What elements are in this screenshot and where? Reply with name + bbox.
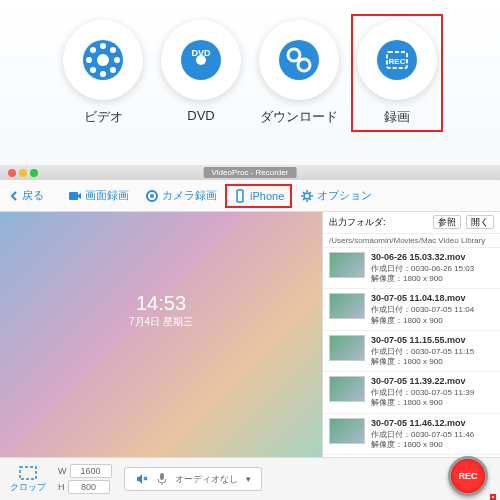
thumbnail [329,418,365,444]
file-res: 解像度：1800 x 900 [371,316,494,326]
dimensions: W1600 H800 [58,464,112,494]
file-item[interactable]: 30-06-26 15.03.32.mov作成日付：0030-06-26 15:… [323,248,500,289]
svg-point-1 [97,54,109,66]
screen-rec-label: 画面録画 [85,188,129,203]
titlebar: VideoProc - Recorder [0,165,500,180]
file-date: 作成日付：0030-07-05 11:15 [371,347,494,357]
svg-rect-22 [237,190,243,202]
min-dot[interactable] [19,169,27,177]
thumbnail [329,376,365,402]
thumbnail [329,335,365,361]
back-button[interactable]: 戻る [8,188,44,203]
feature-download[interactable]: ダウンロード [259,20,339,126]
option-label: オプション [317,188,372,203]
file-date: 作成日付：0030-07-05 11:04 [371,305,494,315]
rec-label: REC [458,471,477,481]
file-name: 30-07-05 11.04.18.mov [371,293,494,305]
crop-icon [18,465,38,481]
sidebar: 出力フォルダ: 参照 開く /Users/somaomin/Movies/Mac… [322,212,500,457]
file-list[interactable]: 30-06-26 15.03.32.mov作成日付：0030-06-26 15:… [323,248,500,457]
svg-rect-19 [69,192,78,200]
file-item[interactable]: 30-07-05 11.39.22.mov作成日付：0030-07-05 11:… [323,372,500,413]
feature-record-label: 録画 [384,108,410,126]
iphone-label: iPhone [250,190,284,202]
back-label: 戻る [22,188,44,203]
feature-record[interactable]: REC 録画 [351,14,443,132]
file-name: 30-07-05 11.15.55.mov [371,335,494,347]
max-dot[interactable] [30,169,38,177]
browse-button[interactable]: 参照 [433,215,461,229]
svg-point-3 [100,71,106,77]
chevron-down-icon: ▾ [246,474,251,484]
preview-pane: 14:53 7月4日 星期三 [0,212,322,457]
svg-point-8 [90,67,96,73]
option-button[interactable]: オプション [294,185,378,206]
file-date: 作成日付：0030-07-05 11:39 [371,388,494,398]
file-item[interactable]: 30-07-05 11.04.18.mov作成日付：0030-07-05 11:… [323,289,500,330]
output-folder-label: 出力フォルダ: [329,216,386,229]
svg-point-9 [110,67,116,73]
svg-text:DVD: DVD [191,48,211,58]
speaker-mute-icon [135,472,149,486]
gear-icon [300,189,314,203]
svg-point-4 [86,57,92,63]
audio-selector[interactable]: オーディオなし ▾ [124,467,262,491]
width-field[interactable]: 1600 [70,464,112,478]
file-res: 解像度：1800 x 900 [371,274,494,284]
file-name: 30-06-26 15.03.32.mov [371,252,494,264]
file-item[interactable]: 30-07-05 11.15.55.mov作成日付：0030-07-05 11:… [323,331,500,372]
record-button[interactable]: REC [448,456,488,496]
file-res: 解像度：1800 x 900 [371,357,494,367]
iphone-button[interactable]: iPhone [225,184,292,208]
thumbnail [329,252,365,278]
file-item[interactable]: 30-07-05 11.46.12.mov作成日付：0030-07-05 11:… [323,414,500,455]
camcorder-icon [68,189,82,203]
phone-icon [233,189,247,203]
crop-label: クロップ [10,481,46,494]
feature-video-label: ビデオ [84,108,123,126]
height-field[interactable]: 800 [68,480,110,494]
file-name: 30-07-05 11.39.22.mov [371,376,494,388]
file-date: 作成日付：0030-07-05 11:46 [371,430,494,440]
lock-date: 7月4日 星期三 [129,315,193,329]
file-res: 解像度：1800 x 900 [371,398,494,408]
window-title: VideoProc - Recorder [204,167,297,178]
svg-point-5 [114,57,120,63]
feature-dvd-label: DVD [187,108,214,123]
feature-video[interactable]: ビデオ [63,20,143,126]
feature-download-label: ダウンロード [260,108,338,126]
crop-button[interactable]: クロップ [10,465,46,494]
file-date: 作成日付：0030-06-26 15:03 [371,264,494,274]
svg-rect-24 [20,467,36,479]
audio-label: オーディオなし [175,473,238,486]
feature-dvd[interactable]: DVD DVD [161,20,241,126]
open-button[interactable]: 開く [466,215,494,229]
svg-point-6 [90,47,96,53]
lock-time: 14:53 [129,292,193,315]
svg-point-2 [100,43,106,49]
toolbar: 戻る 画面録画 カメラ録画 iPhone オプション [0,180,500,212]
bottom-bar: クロップ W1600 H800 オーディオなし ▾ REC [0,457,500,500]
mic-icon [157,472,167,486]
svg-point-7 [110,47,116,53]
output-path: /Users/somaomin/Movies/Mac Video Library [323,234,500,248]
svg-point-23 [304,193,310,199]
thumbnail [329,293,365,319]
file-res: 解像度：1800 x 900 [371,440,494,450]
svg-text:REC: REC [389,57,406,66]
screen-rec-button[interactable]: 画面録画 [62,185,135,206]
camera-rec-button[interactable]: カメラ録画 [139,185,223,206]
file-name: 30-07-05 11.46.12.mov [371,418,494,430]
close-dot[interactable] [8,169,16,177]
svg-rect-25 [160,473,164,480]
camera-icon [145,189,159,203]
lock-screen-info: 14:53 7月4日 星期三 [129,292,193,329]
svg-point-21 [150,194,154,198]
camera-rec-label: カメラ録画 [162,188,217,203]
feature-bar: ビデオ DVD DVD ダウンロード REC 録画 [0,0,500,165]
